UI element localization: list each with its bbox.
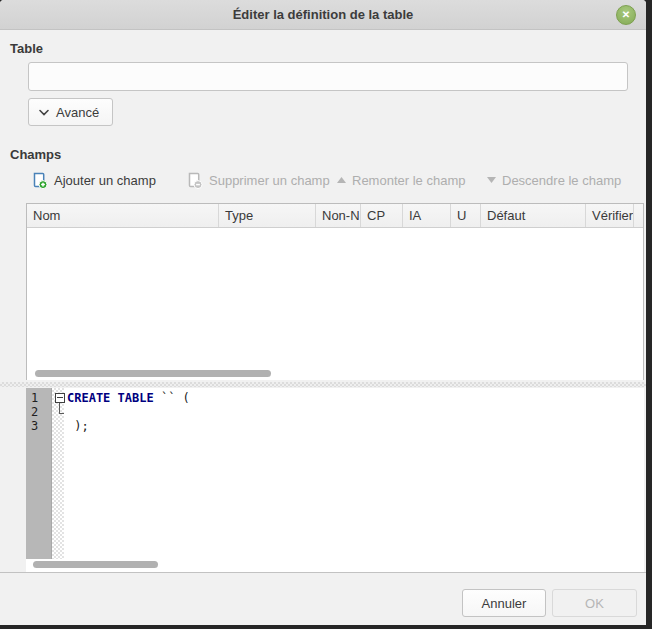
move-field-up-label: Remonter le champ — [352, 173, 465, 188]
edit-table-definition-dialog: Éditer la définition de la table ✕ Table… — [0, 0, 646, 625]
sql-keyword: CREATE TABLE — [67, 391, 154, 405]
column-header-nom: Nom — [27, 204, 219, 227]
fields-section-label: Champs — [10, 147, 61, 162]
remove-field-label: Supprimer un champ — [209, 173, 330, 188]
column-header-u: U — [451, 204, 481, 227]
sql-editor-hscrollbar-thumb[interactable] — [33, 561, 158, 568]
advanced-button-label: Avancé — [56, 105, 99, 120]
column-header-defaut: Défaut — [481, 204, 586, 227]
desktop-background: Éditer la définition de la table ✕ Table… — [0, 0, 652, 629]
editor-bottom-divider — [0, 572, 646, 573]
remove-field-icon — [186, 172, 203, 189]
ok-button[interactable]: OK — [552, 589, 637, 617]
cancel-button[interactable]: Annuler — [462, 589, 546, 617]
chevron-down-icon — [39, 109, 49, 116]
remove-field-button[interactable]: Supprimer un champ — [186, 169, 330, 191]
sql-line-1: CREATE TABLE `` ( — [67, 391, 190, 405]
add-field-icon — [31, 172, 48, 189]
close-icon[interactable]: ✕ — [616, 5, 636, 25]
line-number-gutter: 1 2 3 — [26, 388, 52, 559]
fold-collapse-icon[interactable] — [55, 393, 65, 403]
fields-grid-hscrollbar — [27, 368, 643, 380]
move-field-down-button[interactable]: Descendre le champ — [487, 169, 621, 191]
move-field-up-button[interactable]: Remonter le champ — [337, 169, 465, 191]
titlebar[interactable]: Éditer la définition de la table ✕ — [0, 0, 646, 30]
column-header-type: Type — [219, 204, 316, 227]
line-number: 3 — [26, 419, 51, 433]
sql-editor-hscrollbar — [26, 559, 644, 572]
move-field-down-label: Descendre le champ — [502, 173, 621, 188]
triangle-up-icon — [337, 177, 346, 183]
add-field-label: Ajouter un champ — [54, 173, 156, 188]
fold-guide-line — [59, 403, 64, 414]
triangle-down-icon — [487, 177, 496, 183]
line-number: 1 — [26, 391, 51, 405]
column-header-non-null: Non-N — [316, 204, 361, 227]
column-header-ia: IA — [403, 204, 451, 227]
sql-preview-editor[interactable]: 1 2 3 CREATE TABLE `` ( ); — [26, 388, 644, 572]
line-number: 2 — [26, 405, 51, 419]
column-header-cp: CP — [361, 204, 403, 227]
advanced-toggle-button[interactable]: Avancé — [28, 98, 113, 126]
splitter-handle[interactable] — [0, 382, 646, 387]
fields-grid-hscrollbar-thumb[interactable] — [35, 370, 271, 377]
fields-grid: Nom Type Non-N CP IA U Défaut Vérifier — [26, 203, 644, 380]
dialog-title: Éditer la définition de la table — [0, 0, 646, 29]
sql-line-1-rest: `` ( — [154, 391, 190, 405]
fields-grid-header: Nom Type Non-N CP IA U Défaut Vérifier — [27, 204, 643, 228]
table-name-input[interactable] — [28, 62, 628, 91]
sql-line-3: ); — [67, 419, 89, 433]
add-field-button[interactable]: Ajouter un champ — [31, 169, 156, 191]
table-section-label: Table — [10, 41, 43, 56]
sql-editor-text-area[interactable]: 1 2 3 CREATE TABLE `` ( ); — [26, 388, 644, 559]
column-header-verifier: Vérifier — [586, 204, 634, 227]
fields-grid-body[interactable] — [27, 228, 643, 368]
